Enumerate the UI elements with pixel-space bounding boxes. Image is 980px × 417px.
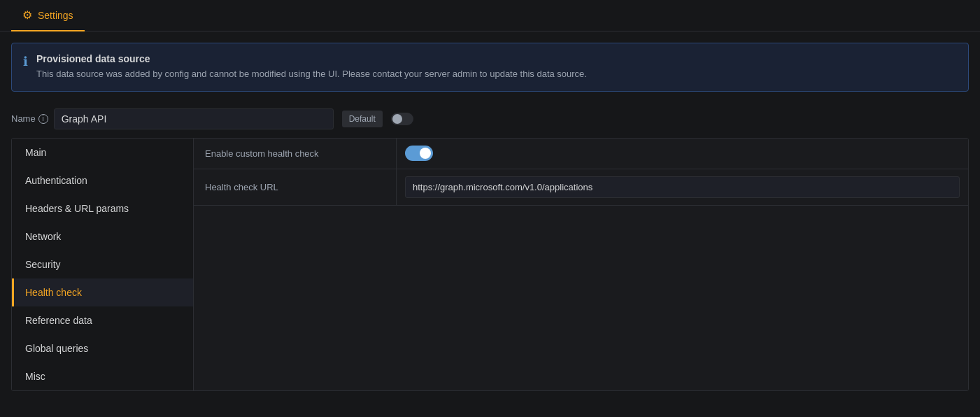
name-row: Name i Default [0, 103, 980, 138]
sidebar-item-security[interactable]: Security [12, 250, 193, 278]
sidebar-item-reference-data[interactable]: Reference data [12, 306, 193, 334]
health-check-enable-label: Enable custom health check [194, 139, 397, 169]
settings-icon: ⚙ [22, 8, 32, 22]
sidebar: Main Authentication Headers & URL params… [12, 139, 194, 390]
content-layout: Main Authentication Headers & URL params… [11, 138, 969, 391]
health-check-enable-toggle[interactable] [405, 146, 433, 161]
tab-settings[interactable]: ⚙ Settings [11, 0, 85, 31]
alert-content: Provisioned data source This data source… [36, 53, 587, 81]
name-input[interactable] [54, 108, 334, 129]
sidebar-item-authentication[interactable]: Authentication [12, 167, 193, 195]
health-check-url-value [397, 169, 968, 205]
name-label: Name i [11, 113, 48, 124]
health-check-enable-row: Enable custom health check [194, 139, 968, 169]
alert-body: This data source was added by config and… [36, 67, 587, 81]
health-check-url-input[interactable] [405, 176, 960, 198]
tab-bar: ⚙ Settings [0, 0, 980, 31]
sidebar-item-misc[interactable]: Misc [12, 362, 193, 390]
name-info-icon[interactable]: i [38, 114, 48, 124]
sidebar-item-headers-url-params[interactable]: Headers & URL params [12, 195, 193, 222]
info-circle-icon: ℹ [23, 54, 28, 69]
sidebar-item-main[interactable]: Main [12, 139, 193, 167]
default-toggle[interactable] [391, 113, 413, 125]
health-check-url-label: Health check URL [194, 169, 397, 205]
tab-settings-label: Settings [38, 10, 73, 21]
health-check-enable-value [397, 139, 968, 169]
sidebar-item-health-check[interactable]: Health check [12, 278, 193, 306]
main-panel: Enable custom health check Health check … [194, 139, 968, 390]
default-badge: Default [342, 111, 383, 127]
alert-title: Provisioned data source [36, 53, 587, 64]
health-check-url-row: Health check URL [194, 169, 968, 206]
sidebar-item-network[interactable]: Network [12, 222, 193, 250]
sidebar-item-global-queries[interactable]: Global queries [12, 334, 193, 362]
alert-banner: ℹ Provisioned data source This data sour… [11, 43, 969, 92]
